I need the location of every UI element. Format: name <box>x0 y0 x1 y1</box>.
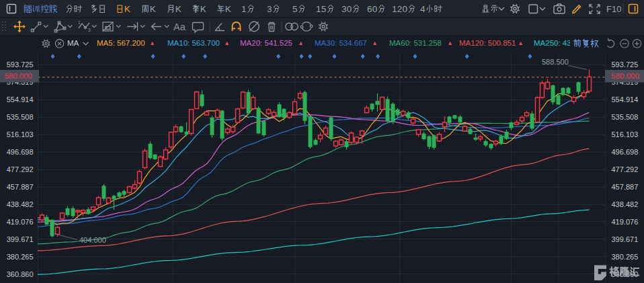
svg-text:516.103: 516.103 <box>612 130 639 138</box>
svg-text:419.076: 419.076 <box>612 218 639 226</box>
svg-text:580.000: 580.000 <box>612 72 640 80</box>
svg-text:457.887: 457.887 <box>612 183 639 191</box>
svg-text:360.860: 360.860 <box>7 270 34 278</box>
svg-text:438.482: 438.482 <box>7 200 34 208</box>
svg-text:380.265: 380.265 <box>7 253 34 261</box>
svg-text:MA20: 541.525: MA20: 541.525 <box>240 39 292 47</box>
svg-text:MA60: 531.258: MA60: 531.258 <box>389 39 442 47</box>
svg-text:MA5: 567.200: MA5: 567.200 <box>97 39 145 47</box>
svg-text:MA250: 432: MA250: 432 <box>534 39 575 47</box>
svg-text:477.292: 477.292 <box>7 165 34 173</box>
svg-text:535.508: 535.508 <box>7 113 34 121</box>
svg-text:MA120: 500.851: MA120: 500.851 <box>459 39 516 47</box>
svg-text:535.508: 535.508 <box>612 113 639 121</box>
svg-text:380.265: 380.265 <box>612 253 639 261</box>
svg-text:580.000: 580.000 <box>4 72 32 80</box>
svg-text:399.671: 399.671 <box>612 235 639 243</box>
svg-text:404.000: 404.000 <box>79 236 106 244</box>
svg-text:MA10: 563.700: MA10: 563.700 <box>167 39 220 47</box>
svg-text:496.698: 496.698 <box>7 148 34 156</box>
svg-text:399.671: 399.671 <box>7 235 34 243</box>
svg-text:MA: MA <box>67 39 79 47</box>
svg-text:438.482: 438.482 <box>612 200 639 208</box>
svg-text:554.914: 554.914 <box>612 95 639 104</box>
svg-text:457.887: 457.887 <box>7 183 34 191</box>
svg-text:477.292: 477.292 <box>612 165 639 173</box>
svg-text:MA30: 534.667: MA30: 534.667 <box>315 39 367 47</box>
svg-text:593.725: 593.725 <box>7 60 34 69</box>
svg-text:419.076: 419.076 <box>7 218 34 226</box>
svg-text:588.500: 588.500 <box>542 58 569 66</box>
svg-text:516.103: 516.103 <box>7 130 34 138</box>
svg-text:593.725: 593.725 <box>612 60 639 69</box>
svg-text:554.914: 554.914 <box>7 95 34 104</box>
svg-text:496.698: 496.698 <box>612 148 639 156</box>
